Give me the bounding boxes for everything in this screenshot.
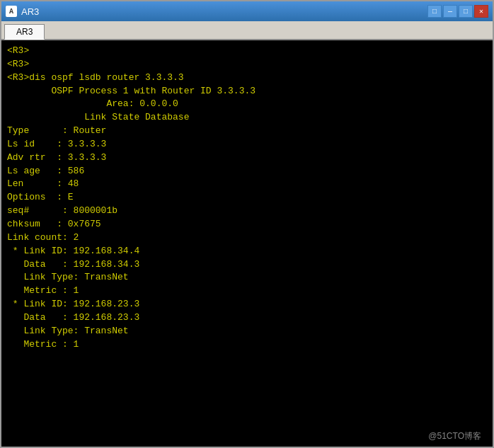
minimize-button[interactable]: —	[443, 5, 457, 18]
close-button[interactable]: ✕	[474, 5, 488, 18]
title-bar: A AR3 □ — □ ✕	[1, 1, 493, 21]
terminal-line: Link count: 2	[7, 231, 487, 245]
terminal-line: <R3>	[7, 45, 487, 58]
terminal-line: <R3>	[7, 58, 487, 71]
maximize-button[interactable]: □	[459, 5, 473, 18]
terminal-line: Adv rtr : 3.3.3.3	[7, 151, 487, 165]
terminal-line: * Link ID: 192.168.23.3	[7, 298, 487, 311]
terminal-line: Metric : 1	[7, 285, 487, 298]
terminal-line: Options : E	[7, 191, 487, 205]
terminal-line: seq# : 8000001b	[7, 205, 487, 218]
terminal-line: OSPF Process 1 with Router ID 3.3.3.3	[7, 85, 487, 98]
main-window: A AR3 □ — □ ✕ AR3 <R3> <R3> <R3>dis ospf…	[0, 0, 494, 448]
terminal-line: * Link ID: 192.168.34.4	[7, 245, 487, 258]
terminal-line: Ls age : 586	[7, 165, 487, 178]
terminal-line: Link Type: TransNet	[7, 271, 487, 285]
terminal-line: chksum : 0x7675	[7, 218, 487, 231]
window-title: AR3	[21, 6, 39, 17]
terminal-line: Link Type: TransNet	[7, 325, 487, 338]
terminal-line: Data : 192.168.34.3	[7, 258, 487, 272]
title-bar-controls: □ — □ ✕	[427, 5, 488, 18]
window-icon: A	[6, 6, 17, 17]
terminal-line: Type : Router	[7, 125, 487, 138]
watermark: @51CTO博客	[428, 430, 481, 442]
terminal-line: Data : 192.168.23.3	[7, 311, 487, 325]
title-bar-left: A AR3	[6, 6, 39, 17]
terminal-area[interactable]: <R3> <R3> <R3>dis ospf lsdb router 3.3.3…	[1, 40, 493, 447]
tab-ar3[interactable]: AR3	[4, 24, 45, 40]
terminal-line: Area: 0.0.0.0	[7, 98, 487, 111]
terminal-line: Len : 48	[7, 178, 487, 191]
terminal-line: <R3>dis ospf lsdb router 3.3.3.3	[7, 71, 487, 85]
terminal-line: Ls id : 3.3.3.3	[7, 138, 487, 151]
terminal-line: Link State Database	[7, 111, 487, 125]
terminal-line: Metric : 1	[7, 338, 487, 352]
tab-bar: AR3	[1, 21, 493, 40]
restore-button[interactable]: □	[427, 5, 442, 18]
